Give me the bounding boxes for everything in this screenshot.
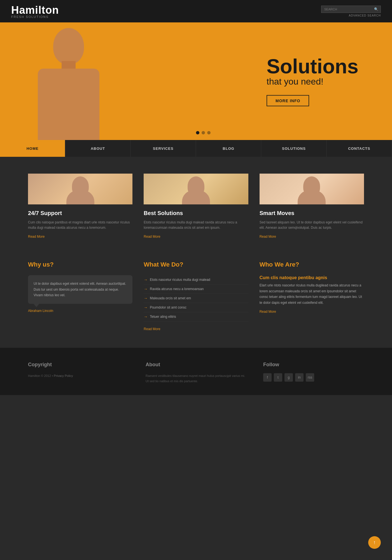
arrow-icon-1: → — [144, 277, 148, 282]
social-icon-linkedin[interactable]: in — [295, 373, 304, 382]
list-item-text-1: Etots nascetur riculus mulla dugi malead — [150, 278, 210, 282]
why-us-quote: Ut te dolor dapibus eget eleint volend e… — [28, 275, 132, 304]
feature-readmore-2[interactable]: Read More — [144, 235, 248, 239]
social-icons-row: f t g in rss — [263, 373, 364, 382]
who-we-are-section: Who We Are? Cum clis natoque pentibu agn… — [260, 261, 364, 331]
feature-card-3: Smart Moves Sed laoreet aliquam leo. Ut … — [260, 174, 364, 239]
hero-person-body — [38, 69, 99, 140]
list-item-text-3: Maleuada orcis sit amet em — [150, 296, 191, 300]
header: Hamilton Fresh Solutions 🔍 ADVANCED SEAR… — [0, 0, 392, 22]
main-content: 24/7 Support Cum clis natoque pantibus e… — [0, 157, 392, 348]
footer-copyright-title: Copyright — [28, 362, 129, 368]
social-icon-rss[interactable]: rss — [306, 373, 314, 382]
main-nav: HOME ABOUT SERVICES BLOG SOLUTIONS CONTA… — [0, 140, 392, 157]
face-body-2 — [182, 190, 210, 204]
nav-item-about[interactable]: ABOUT — [65, 140, 130, 157]
hero-dot-1[interactable] — [196, 131, 199, 134]
nav-item-services[interactable]: SERVICES — [131, 140, 196, 157]
social-icon-facebook[interactable]: f — [263, 373, 272, 382]
why-us-title: Why us? — [28, 261, 132, 268]
list-item: →Psumdolor sit amt consc — [144, 303, 248, 312]
list-item-text-4: Psumdolor sit amt consc — [150, 305, 186, 309]
feature-image-2 — [144, 174, 248, 204]
footer-follow-title: Follow — [263, 362, 364, 368]
footer-about-col: About Raesent vestibules tilausenano nuy… — [146, 362, 246, 384]
feature-title-1: 24/7 Support — [28, 210, 132, 216]
feature-card-2: Best Solutions Etots nascetur riculus mu… — [144, 174, 248, 239]
what-we-do-readmore[interactable]: Read More — [144, 327, 248, 331]
feature-row: 24/7 Support Cum clis natoque pantibus e… — [28, 174, 364, 239]
search-area: 🔍 ADVANCED SEARCH — [321, 6, 381, 17]
hero-subtitle: that you need! — [267, 76, 358, 87]
arrow-icon-3: → — [144, 296, 148, 300]
hero-dot-3[interactable] — [207, 131, 211, 134]
privacy-policy-link[interactable]: Privacy Policy — [54, 374, 73, 377]
footer: Copyright Hamilton © 2012 • Privacy Poli… — [0, 348, 392, 395]
why-us-section: Why us? Ut te dolor dapibus eget eleint … — [28, 261, 132, 331]
hero-image — [0, 25, 137, 140]
footer-copyright-text: Hamilton © 2012 • Privacy Policy — [28, 373, 129, 379]
hero-title: Solutions — [267, 56, 358, 76]
nav-item-blog[interactable]: BLOG — [196, 140, 261, 157]
social-icon-google[interactable]: g — [284, 373, 293, 382]
what-we-do-list: →Etots nascetur riculus mulla dugi malea… — [144, 275, 248, 321]
logo-tagline: Fresh Solutions — [11, 15, 59, 18]
logo-title: Hamilton — [11, 4, 59, 16]
who-we-are-readmore[interactable]: Read More — [260, 310, 364, 314]
info-row: Why us? Ut te dolor dapibus eget eleint … — [28, 261, 364, 331]
arrow-icon-5: → — [144, 314, 148, 319]
footer-follow-col: Follow f t g in rss — [263, 362, 364, 384]
logo-area: Hamilton Fresh Solutions — [11, 4, 59, 18]
feature-image-1 — [28, 174, 132, 204]
search-button[interactable]: 🔍 — [372, 6, 381, 13]
footer-about-text: Raesent vestibules tilausenano nuyret ma… — [146, 373, 246, 384]
arrow-icon-2: → — [144, 287, 148, 291]
list-item: →Tetuer aling elitris — [144, 312, 248, 321]
list-item: →Maleuada orcis sit amet em — [144, 294, 248, 303]
feature-title-3: Smart Moves — [260, 210, 364, 216]
hero-cta-button[interactable]: MORE INFO — [267, 95, 309, 106]
who-we-are-text: Elart urle ntots nascetur riculus mulla … — [260, 283, 364, 305]
search-input[interactable] — [321, 6, 372, 12]
advanced-search-link[interactable]: ADVANCED SEARCH — [349, 14, 381, 17]
face-body-1 — [66, 190, 94, 204]
footer-copyright-content: Hamilton © 2012 • — [28, 374, 54, 377]
hero-person-figure — [29, 28, 108, 140]
hero-dots — [196, 131, 211, 134]
list-item-text-2: Ravida atcurus necu a loremoansan — [150, 287, 204, 291]
feature-title-2: Best Solutions — [144, 210, 248, 216]
feature-readmore-3[interactable]: Read More — [260, 235, 364, 239]
hero-dot-2[interactable] — [202, 131, 205, 134]
list-item: →Etots nascetur riculus mulla dugi malea… — [144, 275, 248, 284]
hero-content: Solutions that you need! MORE INFO — [267, 56, 358, 106]
nav-item-solutions[interactable]: SOLUTIONS — [261, 140, 326, 157]
why-us-author[interactable]: Abraham Lincoln — [28, 309, 132, 313]
face-placeholder-1 — [28, 174, 132, 204]
search-box: 🔍 — [321, 6, 381, 13]
what-we-do-title: What We Do? — [144, 261, 248, 268]
footer-about-title: About — [146, 362, 246, 368]
face-body-3 — [298, 190, 326, 204]
feature-readmore-1[interactable]: Read More — [28, 235, 132, 239]
feature-card-1: 24/7 Support Cum clis natoque pantibus e… — [28, 174, 132, 239]
feature-text-1: Cum clis natoque pantibus et magnis diar… — [28, 220, 132, 230]
hero-person-head — [53, 28, 84, 64]
list-item: →Ravida atcurus necu a loremoansan — [144, 284, 248, 294]
footer-copyright-col: Copyright Hamilton © 2012 • Privacy Poli… — [28, 362, 129, 384]
face-placeholder-2 — [144, 174, 248, 204]
feature-text-3: Sed laoreet aliquam leo. Ut te dolor dap… — [260, 220, 364, 230]
face-placeholder-3 — [260, 174, 364, 204]
list-item-text-5: Tetuer aling elitris — [150, 315, 176, 319]
who-we-are-highlight: Cum clis natoque pentibu agnis — [260, 275, 364, 280]
arrow-icon-4: → — [144, 305, 148, 310]
nav-item-home[interactable]: HOME — [0, 140, 65, 157]
feature-image-3 — [260, 174, 364, 204]
social-icon-twitter[interactable]: t — [274, 373, 282, 382]
what-we-do-section: What We Do? →Etots nascetur riculus mull… — [144, 261, 248, 331]
hero-banner: Solutions that you need! MORE INFO — [0, 22, 392, 140]
nav-item-contacts[interactable]: CONTACTS — [327, 140, 392, 157]
feature-text-2: Etots nascetur riculus mulla dugi malead… — [144, 220, 248, 230]
who-we-are-title: Who We Are? — [260, 261, 364, 268]
